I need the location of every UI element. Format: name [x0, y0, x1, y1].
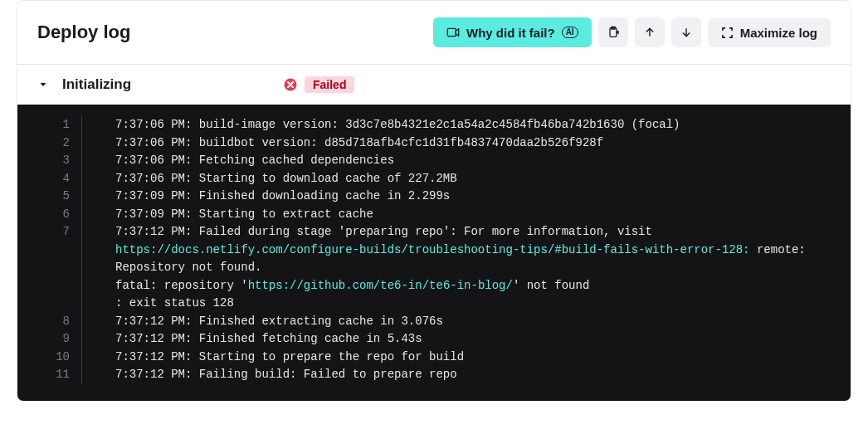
log-line-content: 7:37:12 PM: Failing build: Failed to pre… — [82, 366, 851, 384]
log-line-content: 7:37:06 PM: build-image version: 3d3c7e8… — [82, 116, 851, 134]
log-row: 57:37:09 PM: Finished downloading cache … — [17, 188, 851, 206]
log-line-content: 7:37:06 PM: buildbot version: d85d718afb… — [82, 134, 851, 153]
log-line-content: 7:37:12 PM: Starting to prepare the repo… — [82, 349, 851, 367]
clipboard-icon — [607, 26, 620, 39]
log-row: 47:37:06 PM: Starting to download cache … — [17, 170, 851, 188]
ai-badge: AI — [562, 27, 578, 38]
arrow-up-icon — [644, 27, 656, 38]
line-number: 3 — [17, 152, 82, 170]
line-number: 9 — [17, 330, 82, 349]
line-number: 10 — [17, 349, 82, 367]
log-row: 97:37:12 PM: Finished fetching cache in … — [17, 330, 851, 349]
log-line-content: 7:37:09 PM: Finished downloading cache i… — [82, 188, 851, 206]
copy-button[interactable] — [598, 17, 628, 47]
log-row: 67:37:09 PM: Starting to extract cache — [17, 206, 851, 224]
why-fail-label: Why did it fail? — [466, 27, 555, 39]
log-line-content: 7:37:12 PM: Finished extracting cache in… — [82, 313, 851, 331]
log-link[interactable]: https://github.com/te6-in/te6-in-blog/ — [248, 279, 513, 292]
log-output: 17:37:06 PM: build-image version: 3d3c7e… — [17, 105, 851, 401]
line-number: 2 — [17, 134, 82, 153]
svg-rect-0 — [447, 28, 456, 36]
arrow-down-icon — [680, 27, 692, 38]
card-header: Deploy log Why did it fail? AI — [17, 1, 851, 65]
log-row: 77:37:12 PM: Failed during stage 'prepar… — [17, 223, 851, 313]
section-header[interactable]: Initializing Failed — [17, 65, 851, 105]
log-row: 27:37:06 PM: buildbot version: d85d718af… — [17, 134, 851, 153]
error-icon — [283, 77, 298, 92]
line-number: 8 — [17, 313, 82, 331]
chevron-down-icon — [37, 79, 49, 90]
log-row: 17:37:06 PM: build-image version: 3d3c7e… — [17, 116, 851, 134]
maximize-button[interactable]: Maximize log — [708, 18, 831, 47]
log-row: 117:37:12 PM: Failing build: Failed to p… — [17, 366, 851, 384]
log-line-content: 7:37:09 PM: Starting to extract cache — [82, 206, 851, 224]
log-line-content: 7:37:06 PM: Fetching cached dependencies — [82, 152, 851, 170]
deploy-log-card: Deploy log Why did it fail? AI — [17, 0, 851, 402]
log-line-content: 7:37:12 PM: Failed during stage 'prepari… — [82, 223, 851, 313]
scroll-up-button[interactable] — [635, 17, 665, 47]
line-number: 11 — [17, 366, 82, 384]
section-title: Initializing — [62, 76, 270, 93]
log-line-content: 7:37:06 PM: Starting to download cache o… — [82, 170, 851, 188]
status-badge: Failed — [305, 76, 354, 93]
log-line-content: 7:37:12 PM: Finished fetching cache in 5… — [82, 330, 851, 349]
page-title: Deploy log — [37, 22, 130, 43]
line-number: 6 — [17, 206, 82, 224]
line-number: 4 — [17, 170, 82, 188]
line-number: 7 — [17, 223, 82, 313]
camera-icon — [446, 26, 460, 39]
log-row: 87:37:12 PM: Finished extracting cache i… — [17, 313, 851, 331]
log-row: 107:37:12 PM: Starting to prepare the re… — [17, 349, 851, 367]
log-link[interactable]: https://docs.netlify.com/configure-build… — [115, 243, 750, 256]
why-fail-button[interactable]: Why did it fail? AI — [433, 17, 592, 47]
line-number: 5 — [17, 188, 82, 206]
line-number: 1 — [17, 116, 82, 134]
log-row: 37:37:06 PM: Fetching cached dependencie… — [17, 152, 851, 170]
maximize-label: Maximize log — [740, 27, 817, 39]
status-group: Failed — [283, 76, 354, 93]
scroll-down-button[interactable] — [671, 17, 701, 47]
maximize-icon — [721, 27, 734, 39]
header-actions: Why did it fail? AI — [433, 17, 831, 47]
